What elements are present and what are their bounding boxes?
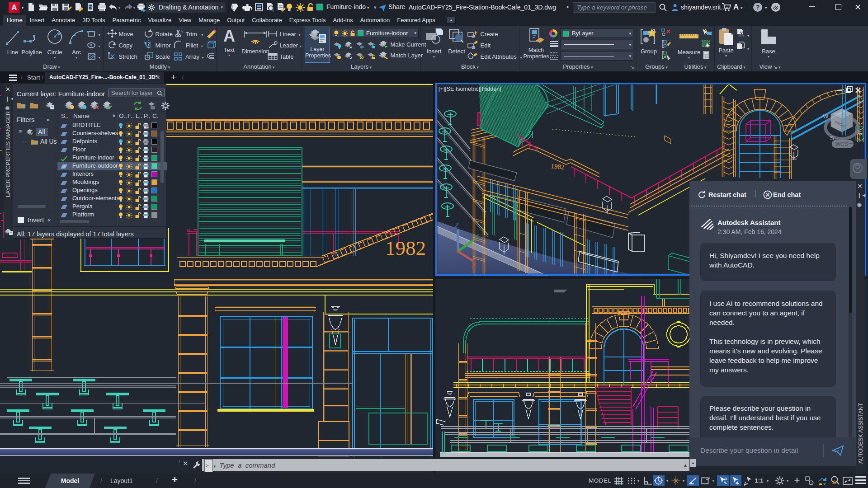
svg-text:WCS: WCS — [835, 141, 848, 147]
svg-text:X: X — [471, 261, 476, 270]
svg-text:E: E — [858, 128, 862, 135]
svg-text:1982: 1982 — [551, 162, 565, 171]
svg-text:Z: Z — [454, 221, 459, 230]
svg-text:[+][SE Isometric][Hidden]: [+][SE Isometric][Hidden] — [439, 86, 501, 92]
svg-text:S: S — [830, 135, 834, 141]
svg-text:W: W — [823, 113, 829, 120]
svg-text:1982: 1982 — [385, 237, 426, 259]
svg-text:Y: Y — [474, 233, 479, 241]
